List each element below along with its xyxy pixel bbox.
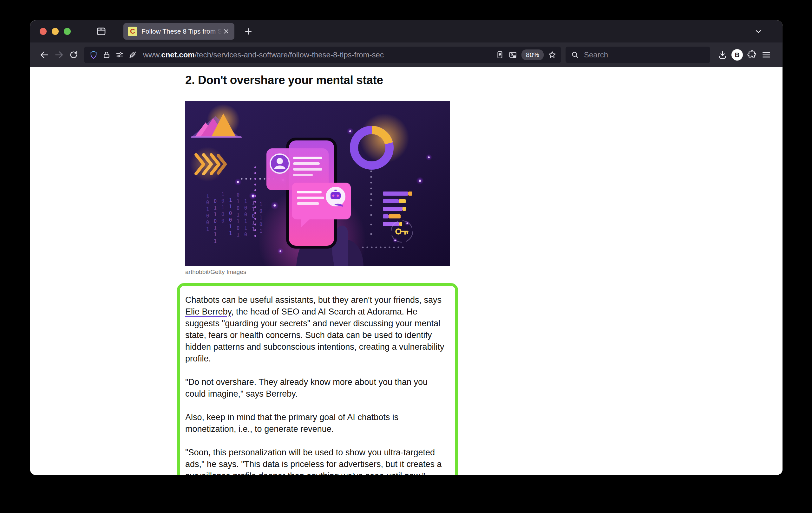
account-avatar: B: [731, 49, 743, 61]
url-bar[interactable]: www.cnet.com/tech/services-and-software/…: [84, 47, 561, 63]
back-button[interactable]: [37, 48, 52, 62]
list-all-tabs-button[interactable]: [752, 25, 765, 38]
url-domain: cnet.com: [161, 51, 195, 59]
plus-icon: [243, 27, 253, 36]
paragraph: "Soon, this personalization will be used…: [185, 447, 449, 475]
forward-arrow-icon: [54, 50, 64, 60]
zoom-badge[interactable]: 80%: [521, 50, 544, 60]
maximize-window-button[interactable]: [64, 28, 71, 35]
url-text: www.cnet.com/tech/services-and-software/…: [143, 51, 491, 59]
window-controls: [40, 28, 71, 35]
chevron-down-icon: [754, 27, 763, 36]
picture-in-picture-icon[interactable]: [509, 51, 517, 59]
browser-window: C Follow These 8 Tips from Securi: [30, 20, 783, 475]
close-window-button[interactable]: [40, 28, 47, 35]
hamburger-menu-icon: [761, 50, 772, 60]
paragraph: Chatbots can be useful assistants, but t…: [185, 294, 449, 365]
blocked-permission-icon[interactable]: [128, 51, 137, 59]
back-arrow-icon: [39, 50, 50, 60]
new-tab-button[interactable]: [242, 25, 255, 38]
url-www: www.: [143, 51, 161, 59]
account-extension-button[interactable]: B: [730, 48, 745, 62]
browser-tab[interactable]: C Follow These 8 Tips from Securi: [123, 23, 234, 40]
menu-button[interactable]: [759, 48, 774, 62]
tab-close-button[interactable]: [222, 27, 231, 36]
hero-illustration: 1010010110111101001100110101101100110011…: [185, 101, 450, 266]
extensions-button[interactable]: [745, 48, 759, 62]
paragraph: "Do not overshare. They already know mor…: [185, 376, 449, 400]
firefox-view-button[interactable]: [95, 25, 108, 38]
reload-icon: [68, 50, 79, 60]
firefox-view-icon: [96, 26, 107, 37]
svg-text:10100: 10100: [222, 191, 224, 224]
paragraph: Also, keep in mind that the primary goal…: [185, 412, 449, 435]
tab-title: Follow These 8 Tips from Securi: [142, 28, 222, 35]
minimize-window-button[interactable]: [52, 28, 59, 35]
puzzle-piece-icon: [747, 50, 757, 60]
url-path: /tech/services-and-software/follow-these…: [195, 51, 384, 59]
svg-text:0110111: 0110111: [214, 199, 216, 244]
person-link[interactable]: Elie Berreby: [185, 307, 231, 316]
tab-favicon: C: [128, 27, 137, 36]
page-viewport[interactable]: 2. Don't overshare your mental state: [30, 67, 783, 475]
search-icon: [571, 51, 580, 59]
download-icon: [718, 50, 728, 60]
svg-text:0101101: 0101101: [237, 192, 239, 238]
reader-mode-icon[interactable]: [495, 51, 504, 59]
article-heading: 2. Don't overshare your mental state: [185, 73, 496, 87]
permissions-icon[interactable]: [115, 51, 124, 59]
svg-text:10101: 10101: [259, 202, 262, 234]
article: 2. Don't overshare your mental state: [185, 67, 496, 475]
paragraph-text: Chatbots can be useful assistants, but t…: [185, 295, 441, 305]
forward-button[interactable]: [52, 48, 66, 62]
tracking-protection-shield-icon[interactable]: [89, 51, 98, 59]
desktop: C Follow These 8 Tips from Securi: [0, 0, 812, 513]
hero-figure: 1010010110111101001100110101101100110011…: [185, 101, 496, 275]
lock-icon[interactable]: [102, 51, 111, 59]
downloads-button[interactable]: [715, 48, 730, 62]
search-box[interactable]: [566, 47, 710, 63]
highlighted-text-box: Chatbots can be useful assistants, but t…: [177, 283, 458, 475]
close-icon: [223, 28, 230, 35]
tab-bar: C Follow These 8 Tips from Securi: [30, 20, 783, 42]
search-input[interactable]: [584, 51, 705, 59]
reload-button[interactable]: [66, 48, 81, 62]
navigation-toolbar: www.cnet.com/tech/services-and-software/…: [30, 42, 783, 67]
image-caption: arthobbit/Getty Images: [185, 269, 496, 275]
bookmark-star-icon[interactable]: [548, 51, 557, 59]
